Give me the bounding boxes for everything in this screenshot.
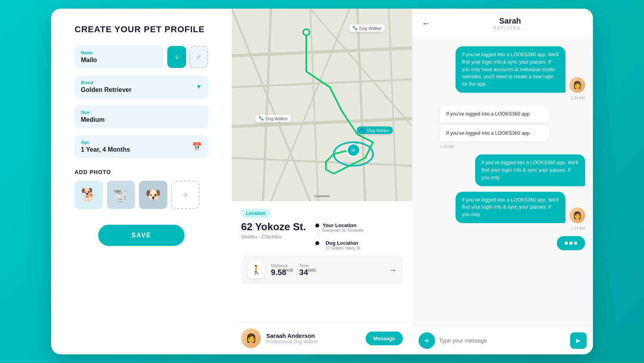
stats-row: 🚶 Distance 9.58KM Time 34MIN → bbox=[241, 256, 403, 284]
photo-thumb-3[interactable]: 🐶 bbox=[139, 181, 167, 209]
message-group-2: If you've logged into a LOOKS360 app If … bbox=[420, 106, 585, 149]
size-value: Medium bbox=[81, 116, 202, 123]
gender-buttons: ♀ ♂ bbox=[167, 46, 208, 68]
message-time-3: 1:24 AM bbox=[420, 226, 585, 231]
arrow-icon[interactable]: → bbox=[389, 266, 397, 275]
size-section: Size Medium bbox=[75, 105, 208, 128]
distance-stat: Distance 9.58KM bbox=[271, 263, 293, 277]
message-group-3: If you've logged into a LOOKS360 app. We… bbox=[420, 154, 585, 186]
add-attachment-button[interactable]: + bbox=[419, 332, 435, 349]
chat-status: REPLYING... bbox=[437, 26, 584, 30]
walker-info: Saraah Anderson Professional Dog Walker bbox=[266, 332, 318, 345]
svg-text:⟳: ⟳ bbox=[351, 148, 355, 153]
breed-value: Golden Retriever bbox=[81, 86, 132, 94]
age-field[interactable]: Age 1 Year, 4 Months 📅 bbox=[75, 135, 208, 158]
dropdown-icon: ▼ bbox=[196, 83, 202, 90]
address-sub: Sheibu - Chichibu bbox=[241, 234, 306, 240]
add-photo-section: ADD PHOTO 🐕 🐩 🐶 + bbox=[75, 169, 208, 209]
typing-indicator bbox=[420, 236, 585, 250]
dog-walker-marker-1: 🐾 Dog Walker bbox=[349, 24, 385, 32]
female-button[interactable]: ♀ bbox=[167, 46, 186, 68]
your-location-point: Your Location Evergreen St. Roseville bbox=[315, 222, 403, 235]
age-label: Age bbox=[81, 140, 130, 145]
svg-point-14 bbox=[304, 30, 309, 35]
distance-label: Distance bbox=[271, 263, 293, 268]
send-button[interactable]: ► bbox=[570, 332, 587, 349]
typing-dot-1 bbox=[565, 242, 568, 245]
photo-grid: 🐕 🐩 🐶 + bbox=[75, 181, 208, 209]
map-panel: ⟳ 🐾 Dog Walker 🐾 Dog Walker 🐾 Dog Walker… bbox=[232, 9, 412, 354]
time-label: Time bbox=[299, 263, 316, 268]
message-row-sent-1: If you've logged into a LOOKS360 app. We… bbox=[420, 46, 585, 93]
your-location-detail: Evergreen St. Roseville bbox=[322, 228, 364, 233]
save-button[interactable]: SAVE bbox=[98, 225, 185, 246]
sent-avatar-2: 👩 bbox=[569, 207, 585, 223]
walker-avatar: 👩 bbox=[241, 328, 261, 348]
typing-bubble bbox=[557, 236, 585, 250]
message-time-2: 1:24 AM bbox=[420, 145, 585, 149]
profile-panel: CREATE YOUR PET PROFILE Name Mailo ♀ ♂ B… bbox=[51, 9, 232, 354]
dog-walker-marker-2: 🐾 Dog Walker bbox=[255, 115, 291, 122]
chat-panel: ← Sarah REPLYING... If you've logged int… bbox=[412, 9, 593, 354]
bubble-received-1: If you've logged into a LOOKS360 app bbox=[440, 106, 550, 123]
name-label: Name bbox=[81, 50, 157, 55]
name-section: Name Mailo ♀ ♂ bbox=[75, 46, 208, 68]
size-field[interactable]: Size Medium bbox=[75, 105, 208, 128]
scroll-indicator bbox=[314, 195, 330, 197]
time-stat: Time 34MIN bbox=[299, 263, 316, 277]
age-section: Age 1 Year, 4 Months 📅 bbox=[75, 135, 208, 158]
message-group-1: If you've logged into a LOOKS360 app. We… bbox=[420, 46, 585, 100]
sent-avatar-1: 👩 bbox=[569, 77, 585, 93]
distance-value: 9.58KM bbox=[271, 268, 293, 277]
message-row-sent-3: If you've logged into a LOOKS360 app. We… bbox=[420, 192, 585, 223]
size-label: Size bbox=[81, 110, 202, 115]
typing-dot-2 bbox=[569, 242, 573, 245]
male-button[interactable]: ♂ bbox=[189, 46, 208, 68]
message-button[interactable]: Message bbox=[366, 332, 403, 345]
add-photo-button[interactable]: + bbox=[171, 181, 199, 209]
chat-header: ← Sarah REPLYING... bbox=[412, 9, 593, 38]
your-location-label: Your Location bbox=[322, 222, 364, 228]
calendar-icon: 📅 bbox=[192, 142, 202, 151]
name-value: Mailo bbox=[81, 57, 157, 64]
photo-thumb-2[interactable]: 🐩 bbox=[107, 181, 135, 209]
message-group-4: If you've logged into a LOOKS360 app. We… bbox=[420, 192, 585, 231]
photo-thumb-1[interactable]: 🐕 bbox=[75, 181, 103, 209]
age-value: 1 Year, 4 Months bbox=[81, 146, 130, 153]
location-badge: Location bbox=[241, 209, 270, 218]
address-main: 62 Yokoze St. bbox=[241, 221, 306, 233]
dog-location-point: Dog Location 17 Golden Valley St. bbox=[315, 240, 403, 250]
walker-title: Professional Dog Walker bbox=[266, 339, 318, 345]
svg-rect-0 bbox=[232, 9, 412, 201]
dog-location-detail: 17 Golden Valley St. bbox=[326, 246, 361, 250]
breed-label: Breed bbox=[81, 80, 132, 85]
map-info: Location 62 Yokoze St. Sheibu - Chichibu… bbox=[232, 201, 412, 322]
chat-input-area: + ► bbox=[412, 326, 593, 354]
typing-indicator-group bbox=[420, 236, 585, 250]
chat-header-info: Sarah REPLYING... bbox=[437, 16, 584, 30]
walker-name: Saraah Anderson bbox=[266, 332, 318, 339]
bubble-sent-1: If you've logged into a LOOKS360 app. We… bbox=[456, 46, 565, 93]
profile-title: CREATE YOUR PET PROFILE bbox=[75, 24, 208, 35]
dog-location-label: Dog Location bbox=[326, 240, 361, 246]
chat-messages: If you've logged into a LOOKS360 app. We… bbox=[412, 38, 593, 326]
time-value: 34MIN bbox=[299, 268, 316, 277]
back-button[interactable]: ← bbox=[422, 18, 430, 29]
add-photo-title: ADD PHOTO bbox=[75, 169, 208, 175]
bubble-received-2: If you've logged into a LOOKS360 app bbox=[440, 125, 550, 142]
dog-walker-marker-3: 🐾 Dog Walker bbox=[357, 126, 393, 134]
breed-section: Breed Golden Retriever ▼ bbox=[75, 75, 208, 98]
name-field[interactable]: Name Mailo bbox=[75, 46, 163, 68]
breed-dropdown[interactable]: Breed Golden Retriever ▼ bbox=[75, 75, 208, 98]
walker-row: 👩 Saraah Anderson Professional Dog Walke… bbox=[232, 322, 412, 354]
walk-icon: 🚶 bbox=[247, 261, 265, 279]
message-time-1: 1:24 AM bbox=[420, 96, 585, 100]
chat-contact-name: Sarah bbox=[437, 16, 584, 26]
bubble-sent-3: If you've logged into a LOOKS360 app. We… bbox=[456, 192, 565, 223]
typing-dot-3 bbox=[574, 242, 577, 245]
message-input[interactable] bbox=[439, 337, 566, 344]
message-row-sent-2: If you've logged into a LOOKS360 app. We… bbox=[420, 154, 585, 186]
bubble-sent-2: If you've logged into a LOOKS360 app. We… bbox=[475, 154, 585, 186]
map-area: ⟳ 🐾 Dog Walker 🐾 Dog Walker 🐾 Dog Walker bbox=[232, 9, 412, 201]
